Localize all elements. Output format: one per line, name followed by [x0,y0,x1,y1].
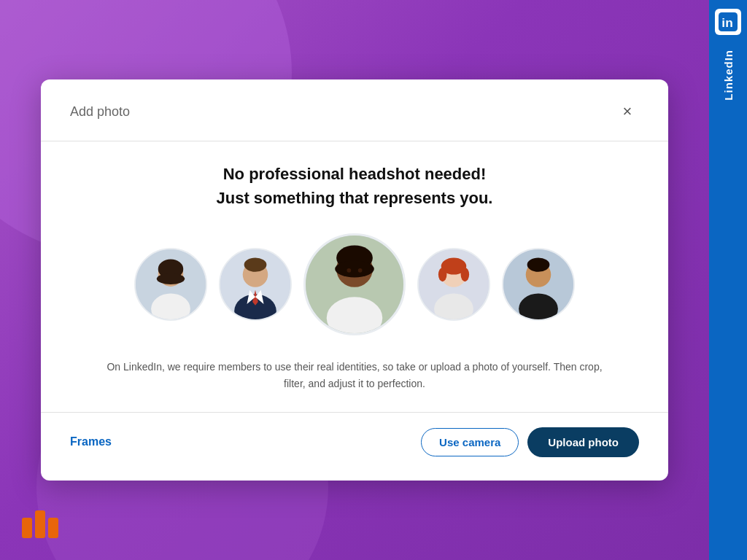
headline-line2: Just something that represents you. [217,189,493,207]
svg-point-10 [244,258,267,272]
modal-header: Add photo × [70,100,639,123]
svg-point-19 [347,268,351,273]
modal-footer: Frames Use camera Upload photo [70,427,639,457]
modal-headline: No professional headshot needed! Just so… [70,162,639,210]
svg-point-6 [157,273,185,284]
svg-point-30 [527,258,550,272]
linkedin-logo-icon: in [719,12,738,31]
linkedin-sidebar: in LinkedIn [709,0,747,560]
add-photo-modal: Add photo × No professional headshot nee… [41,79,668,481]
header-divider [41,141,668,141]
bottom-brand-logo [22,510,58,538]
svg-point-26 [461,268,470,281]
svg-point-18 [335,261,374,278]
modal-overlay: Add photo × No professional headshot nee… [0,0,747,560]
wave-icon [22,510,58,538]
photo-person-1 [134,248,207,321]
photo-person-4 [417,248,490,321]
svg-text:in: in [721,15,732,30]
use-camera-button[interactable]: Use camera [421,428,519,456]
linkedin-logo-box: in [715,9,741,35]
headline-line1: No professional headshot needed! [223,165,487,183]
photo-person-2 [219,248,292,321]
upload-photo-button[interactable]: Upload photo [527,427,639,457]
wave-bar-1 [22,518,32,538]
footer-divider [41,412,668,413]
frames-button[interactable]: Frames [70,429,112,454]
linkedin-brand-text: LinkedIn [722,50,735,101]
close-button[interactable]: × [616,100,639,123]
modal-title: Add photo [70,104,130,120]
wave-bar-3 [48,518,58,538]
modal-description: On LinkedIn, we require members to use t… [70,359,639,392]
svg-point-25 [438,268,447,281]
photos-row [70,233,639,335]
wave-bar-2 [35,510,45,538]
photo-person-3-featured [303,233,406,335]
svg-point-20 [358,268,363,273]
footer-actions: Use camera Upload photo [421,427,639,457]
photo-person-5 [502,248,575,321]
